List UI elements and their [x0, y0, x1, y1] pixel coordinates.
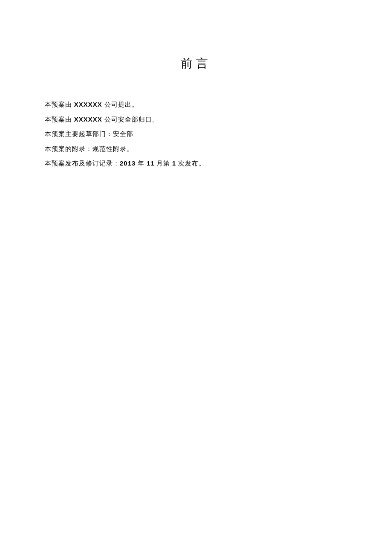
paragraph-department: 本预案由 XXXXXX 公司安全部归口。 [45, 112, 347, 127]
text-segment: 本预案由 [45, 116, 74, 123]
text-segment: 本预案发布及修订记录： [45, 160, 120, 167]
paragraph-drafting-dept: 本预案主要起草部门：安全部 [45, 127, 347, 142]
paragraph-proposer: 本预案由 XXXXXX 公司提出。 [45, 97, 347, 112]
month-value: 11 [147, 160, 155, 167]
text-segment: 次发布。 [176, 160, 205, 167]
text-segment: 年 [135, 160, 147, 167]
text-segment: 公司安全部归口。 [102, 116, 159, 123]
company-placeholder: XXXXXX [74, 116, 102, 123]
edition-value: 1 [172, 160, 176, 167]
paragraph-appendix: 本预案的附录：规范性附录。 [45, 142, 347, 157]
year-value: 2013 [120, 160, 135, 167]
text-segment: 公司提出。 [102, 101, 138, 108]
company-placeholder: XXXXXX [74, 101, 102, 108]
text-segment: 本预案由 [45, 101, 74, 108]
page-title: 前言 [0, 55, 392, 72]
text-segment: 月第 [155, 160, 173, 167]
paragraph-revision-record: 本预案发布及修订记录：2013 年 11 月第 1 次发布。 [45, 156, 347, 171]
document-content: 本预案由 XXXXXX 公司提出。 本预案由 XXXXXX 公司安全部归口。 本… [0, 97, 392, 171]
